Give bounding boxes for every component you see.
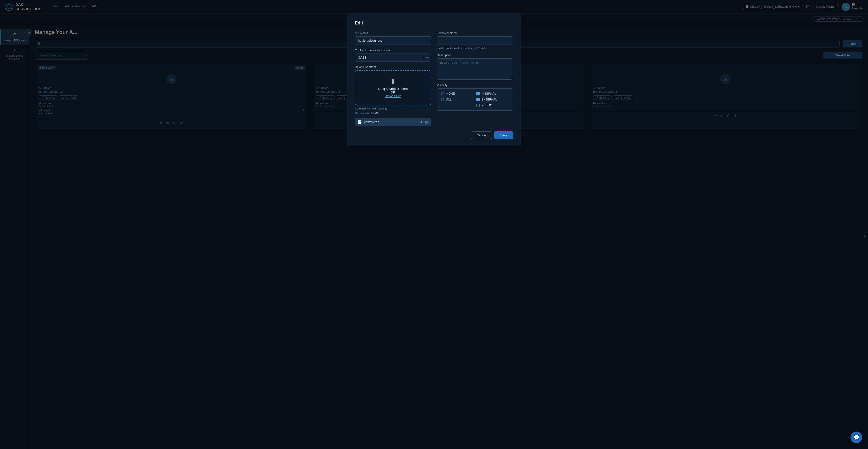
visibility-public[interactable]: PUBLIC	[476, 104, 509, 107]
checkbox-external[interactable]: ✓	[476, 98, 480, 101]
none-label: NONE	[446, 92, 455, 95]
chevron-down-icon[interactable]: ▾	[426, 56, 428, 59]
description-group: Description	[437, 54, 513, 80]
modal-overlay: Edit API Name Contract Specification Typ…	[0, 0, 868, 449]
visibility-all[interactable]: ALL	[441, 98, 474, 101]
chat-button[interactable]: 💬	[850, 431, 862, 443]
check-mark: ✓	[477, 93, 479, 95]
contract-spec-group: Contract Specification Type OAS3 ✕ ▾	[355, 49, 431, 62]
description-field[interactable]	[437, 58, 513, 80]
file-name: contract.zip	[364, 120, 417, 124]
file-item: 📄 contract.zip ⬇ 🗑	[355, 118, 431, 126]
radio-none[interactable]	[441, 92, 444, 95]
visibility-options: NONE ✓ INTERNAL ALL	[437, 88, 513, 111]
drag-drop-label: Drag & Drop file here OR Browse File	[378, 87, 408, 98]
modal-title: Edit	[355, 21, 513, 26]
or-text: OR	[391, 91, 396, 94]
description-field-label: Description	[437, 54, 513, 57]
spec-select-value: OAS3	[358, 56, 366, 59]
clear-icon[interactable]: ✕	[422, 56, 424, 59]
visibility-internal[interactable]: ✓ INTERNAL	[476, 92, 509, 95]
drag-drop-text: Drag & Drop file here	[378, 87, 408, 91]
api-name-field-label: API Name	[355, 31, 431, 35]
modal-footer: Cancel Save	[355, 131, 513, 139]
external-label: EXTERNAL	[482, 98, 497, 101]
visibility-none[interactable]: NONE	[441, 92, 474, 95]
all-label: ALL	[446, 98, 452, 101]
api-name-field[interactable]	[355, 36, 431, 45]
contract-spec-label: Contract Specification Type	[355, 49, 431, 52]
file-doc-icon: 📄	[358, 120, 362, 124]
visibility-external[interactable]: ✓ EXTERNAL	[476, 98, 509, 101]
download-icon[interactable]: ⬇	[420, 120, 423, 124]
contract-spec-select[interactable]: OAS3 ✕ ▾	[355, 54, 431, 62]
check-mark: ✓	[477, 98, 479, 101]
edit-modal: Edit API Name Contract Specification Typ…	[347, 13, 521, 146]
public-label: PUBLIC	[482, 104, 492, 107]
technical-name-group: Technical Name It will be only visible i…	[437, 31, 513, 50]
spec-select-icons: ✕ ▾	[422, 56, 428, 59]
visibility-label: Visibility	[437, 84, 513, 87]
checkbox-public[interactable]	[476, 104, 480, 107]
upload-label: Upload Contract	[355, 65, 431, 69]
upload-dropzone[interactable]: ⬆ Drag & Drop file here OR Browse File	[355, 70, 431, 105]
delete-file-icon[interactable]: 🗑	[425, 120, 428, 124]
modal-body: API Name Contract Specification Type OAS…	[355, 31, 513, 126]
save-button[interactable]: Save	[494, 131, 513, 139]
accepted-file-types: Accepted file type: .zip only	[355, 107, 431, 110]
technical-name-field[interactable]	[437, 36, 513, 45]
max-file-size: Max file size: 10 MB	[355, 112, 431, 115]
upload-cloud-icon: ⬆	[390, 77, 396, 86]
technical-name-label: Technical Name	[437, 31, 513, 35]
radio-all[interactable]	[441, 98, 444, 101]
internal-label: INTERNAL	[482, 92, 496, 95]
chat-icon: 💬	[854, 435, 860, 440]
visibility-group: Visibility NONE ✓ INTERNAL	[437, 84, 513, 111]
cancel-button[interactable]: Cancel	[471, 131, 492, 139]
technical-name-hint: It will be only visible in the Internal …	[437, 47, 513, 50]
browse-file-link[interactable]: Browse File	[385, 94, 401, 98]
upload-contract-group: Upload Contract ⬆ Drag & Drop file here …	[355, 65, 431, 126]
file-action-icons: ⬇ 🗑	[420, 120, 428, 124]
api-name-group: API Name	[355, 31, 431, 45]
checkbox-internal[interactable]: ✓	[476, 92, 480, 95]
